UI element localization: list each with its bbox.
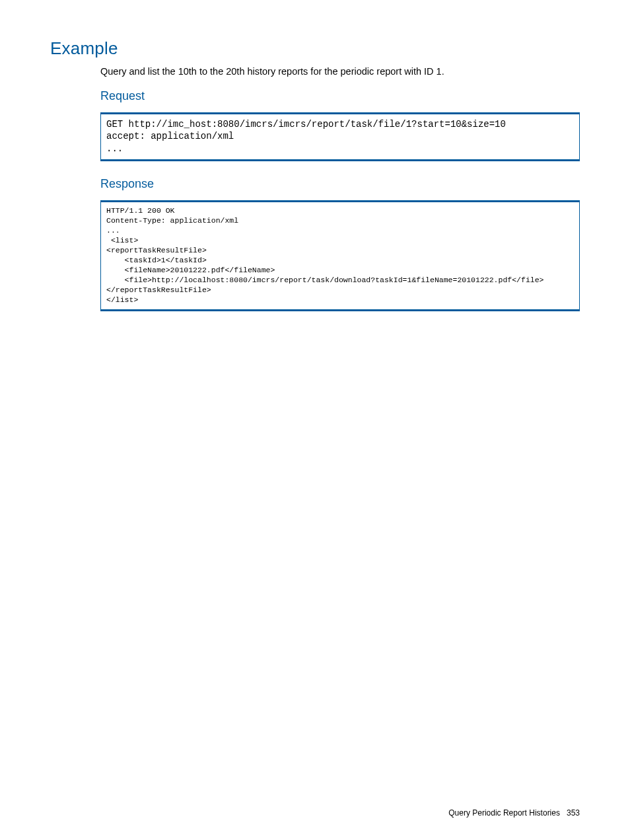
example-heading: Example <box>50 38 580 59</box>
request-code-block: GET http://imc_host:8080/imcrs/imcrs/rep… <box>100 112 580 162</box>
response-heading: Response <box>100 177 580 191</box>
page-footer: Query Periodic Report Histories353 <box>448 808 580 818</box>
example-intro-text: Query and list the 10th to the 20th hist… <box>100 65 580 79</box>
page-content: Example Query and list the 10th to the 2… <box>0 0 630 840</box>
footer-page-number: 353 <box>567 808 580 818</box>
response-code-block: HTTP/1.1 200 OK Content-Type: applicatio… <box>100 200 580 311</box>
footer-section-name: Query Periodic Report Histories <box>448 808 560 818</box>
request-heading: Request <box>100 89 580 103</box>
